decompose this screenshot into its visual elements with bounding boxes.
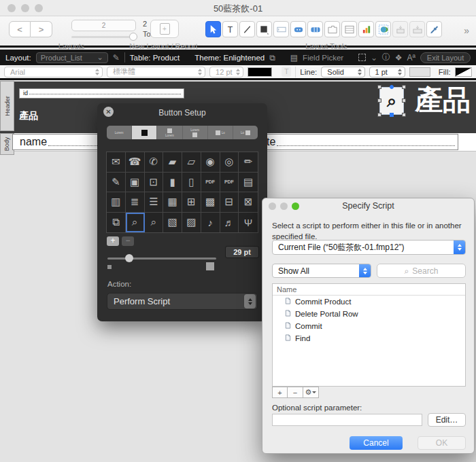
segment-icon-left-label-right[interactable]: Lo (208, 126, 233, 139)
microphone-icon[interactable]: Ψ (239, 213, 258, 233)
segment-label-left-icon-right[interactable]: Lo (233, 126, 258, 139)
script-list-item[interactable]: Find (273, 332, 465, 344)
textlines-filled-icon[interactable]: ≣ (126, 192, 145, 213)
part-placement-tool[interactable] (409, 21, 425, 37)
selection-handle[interactable] (402, 113, 406, 117)
table-filled-icon[interactable]: ▦ (163, 192, 182, 213)
fill-color-swatch[interactable] (455, 67, 472, 77)
toolbar-overflow-chevrons[interactable]: » (464, 25, 468, 36)
script-list-item[interactable]: Commit (273, 320, 465, 332)
segment-label-top-icon-bottom[interactable]: Lorem (183, 126, 208, 139)
grid-outline-icon[interactable]: ⊟ (220, 192, 239, 213)
segment-icon-only[interactable] (132, 126, 157, 139)
icon-size-slider-knob[interactable] (125, 254, 133, 262)
select-tool[interactable] (205, 21, 221, 37)
globe-filled-icon[interactable]: ◉ (201, 152, 220, 173)
field-tool[interactable] (273, 21, 289, 37)
selection-chevron-icon[interactable]: ⌄ (371, 53, 377, 63)
selection-handle[interactable] (390, 113, 394, 117)
edit-outline-icon[interactable]: ⊡ (145, 173, 164, 193)
text-color-swatch[interactable] (248, 67, 272, 77)
pdf-outline-icon[interactable]: PDF (220, 173, 239, 193)
pdf-filled-icon[interactable]: PDF (201, 173, 220, 193)
add-icon-button[interactable]: + (107, 236, 119, 246)
shape-tool[interactable] (256, 21, 272, 37)
selection-mode-icon[interactable] (358, 54, 366, 61)
filter-select[interactable]: Show All (272, 264, 371, 278)
search-button-object[interactable]: ⌕ (379, 87, 404, 115)
text-style-icon[interactable]: Aª (407, 53, 415, 63)
id-field[interactable]: id (19, 88, 184, 99)
layers-icon[interactable]: ❖ (395, 53, 403, 63)
selection-handle[interactable] (390, 85, 394, 89)
segment-label-only[interactable]: Lorem (107, 126, 132, 139)
field-picker-button[interactable]: Field Picker (303, 54, 343, 62)
selection-handle[interactable] (377, 113, 381, 117)
layout-number-field[interactable]: 2 (71, 20, 136, 31)
text-tool[interactable]: T (222, 21, 238, 37)
pencil-outline-icon[interactable]: ✎ (107, 173, 126, 193)
layout-slider[interactable] (71, 36, 136, 38)
selection-handle[interactable] (402, 85, 406, 89)
grid-filled-icon[interactable]: ▩ (201, 192, 220, 213)
forward-button[interactable]: > (31, 21, 52, 37)
globe-outline-icon[interactable]: ◎ (220, 152, 239, 173)
layout-slider-knob[interactable] (129, 33, 137, 41)
edit-button[interactable]: Edit… (428, 413, 466, 427)
music-filled-icon[interactable]: ♪ (201, 213, 220, 233)
big-title-text[interactable]: 產品 (415, 82, 471, 119)
back-button[interactable]: < (9, 21, 31, 37)
selection-handle[interactable] (402, 99, 406, 103)
script-list-header[interactable]: Name (273, 284, 465, 296)
remove-script-button[interactable]: − (288, 387, 303, 398)
textlines-outline-icon[interactable]: ☰ (145, 192, 164, 213)
video-filled-icon[interactable]: ▰ (163, 152, 182, 173)
font-family-select[interactable]: Arial (4, 67, 103, 77)
remove-icon-button[interactable]: − (122, 236, 134, 246)
partially-hidden-field[interactable]: te (262, 134, 458, 150)
format-painter-tool[interactable] (426, 21, 442, 37)
edit-layout-pencil-icon[interactable]: ✎ (113, 53, 120, 63)
action-select[interactable]: Perform Script (107, 293, 258, 310)
document-outline-icon[interactable]: ▯ (182, 173, 201, 193)
edit-filled-icon[interactable]: ▣ (126, 173, 145, 193)
chart-tool[interactable] (358, 21, 374, 37)
line-tool[interactable] (239, 21, 255, 37)
script-parameter-input[interactable] (272, 414, 422, 426)
button-tool[interactable] (290, 21, 306, 37)
icon-size-slider[interactable] (107, 257, 216, 260)
gear-menu-button[interactable]: ⚙ (303, 387, 319, 398)
selection-handle[interactable] (377, 85, 381, 89)
article-filled-icon[interactable]: ▤ (239, 173, 258, 193)
font-style-select[interactable]: 標準體 (107, 67, 205, 77)
envelope-filled-icon[interactable]: ✉ (107, 152, 126, 173)
document-filled-icon[interactable]: ▮ (163, 173, 182, 193)
theme-icon[interactable]: ⧉ (269, 53, 275, 63)
magnifier-outline-icon[interactable]: ⌕ (145, 213, 164, 233)
file-select[interactable]: Current File (“50藍茶飲-01.fmp12”) (272, 240, 466, 255)
doc-add-outline-icon[interactable]: ⧉ (107, 213, 126, 233)
header-part-tab[interactable]: Header (0, 81, 14, 131)
field-placement-tool[interactable] (392, 21, 408, 37)
ok-button[interactable]: OK (418, 436, 466, 450)
script-list-item[interactable]: Delete Portal Row (273, 308, 465, 320)
pencil-filled-icon[interactable]: ✏ (239, 152, 258, 173)
text-format-button[interactable]: T (282, 67, 291, 77)
info-icon[interactable]: ⓘ (382, 52, 390, 63)
article-outline-icon[interactable]: ▥ (107, 192, 126, 213)
phone-outline-icon[interactable]: ✆ (145, 152, 164, 173)
line-color-swatch[interactable] (409, 67, 430, 77)
magnifier-filled-icon[interactable]: ⌕ (126, 213, 145, 233)
line-width-select[interactable]: 1 pt (369, 67, 406, 77)
exit-layout-button[interactable]: Exit Layout (420, 52, 471, 63)
script-list-item[interactable]: Commit Product (273, 296, 465, 308)
web-viewer-tool[interactable] (375, 21, 391, 37)
doc-add-filled-icon[interactable]: ⊠ (239, 192, 258, 213)
portal-tool[interactable] (341, 21, 357, 37)
phone-filled-icon[interactable]: ☎ (126, 152, 145, 173)
header-title-text[interactable]: 產品 (19, 110, 38, 122)
image-filled-icon[interactable]: ▧ (163, 213, 182, 233)
button-bar-tool[interactable] (307, 21, 323, 37)
script-search-input[interactable]: ⌕ Search (377, 264, 466, 278)
font-size-select[interactable]: 12 pt (209, 67, 243, 77)
